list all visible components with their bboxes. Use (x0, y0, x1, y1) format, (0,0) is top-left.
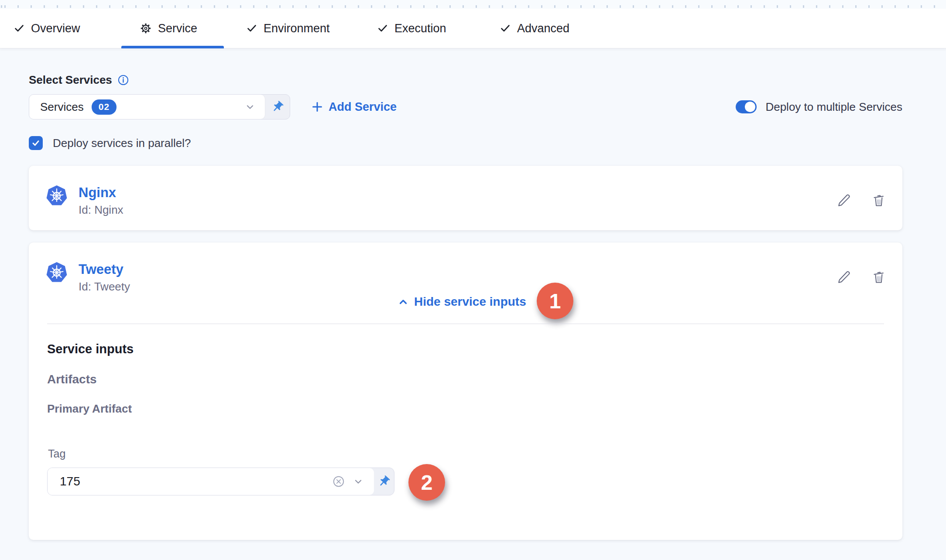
clear-tag-button[interactable] (332, 475, 345, 488)
services-pin-button[interactable] (265, 95, 290, 119)
add-service-button[interactable]: Add Service (312, 94, 397, 120)
stage-setup-tabbar: Overview Service (0, 9, 946, 48)
pin-icon (377, 475, 391, 488)
chevron-down-icon[interactable] (244, 101, 256, 113)
chevron-down-icon (352, 475, 364, 488)
service-card-header: Nginx Id: Nginx (46, 185, 123, 217)
pencil-icon (836, 193, 852, 208)
tag-input-field (48, 468, 374, 495)
edit-service-button[interactable] (836, 270, 852, 285)
service-card-nginx: Nginx Id: Nginx (29, 166, 902, 230)
panel-divider (47, 324, 884, 324)
check-icon (31, 139, 40, 147)
tab-label: Environment (264, 22, 330, 35)
tab-service[interactable]: Service (140, 9, 197, 48)
deploy-parallel-row: Deploy services in parallel? (29, 136, 191, 150)
info-icon[interactable] (117, 74, 129, 86)
tag-dropdown-chevron[interactable] (352, 475, 364, 488)
deploy-multiple-label: Deploy to multiple Services (765, 100, 902, 114)
tab-advanced[interactable]: Advanced (500, 9, 569, 48)
deploy-parallel-checkbox[interactable] (29, 136, 43, 150)
pin-icon (271, 100, 284, 113)
kubernetes-icon (46, 262, 67, 294)
deploy-parallel-label: Deploy services in parallel? (53, 137, 191, 150)
tag-label: Tag (48, 447, 65, 460)
service-card-actions (836, 270, 887, 285)
hide-service-inputs-link[interactable]: Hide service inputs (398, 295, 526, 309)
tag-input-group (47, 468, 394, 495)
edit-service-button[interactable] (836, 193, 852, 208)
services-dropdown-value: Services (40, 100, 84, 114)
service-card-header: Tweety Id: Tweety (46, 262, 130, 294)
hide-service-inputs-label: Hide service inputs (414, 295, 526, 309)
select-services-label: Select Services (29, 73, 112, 87)
tab-label: Advanced (517, 22, 569, 35)
service-card-text: Nginx Id: Nginx (79, 185, 123, 217)
tab-execution[interactable]: Execution (377, 9, 446, 48)
tag-pin-button[interactable] (374, 468, 394, 495)
check-icon (500, 23, 511, 34)
trash-icon (871, 270, 887, 285)
service-id-label: Id: Tweety (79, 280, 130, 294)
tab-overview[interactable]: Overview (14, 9, 80, 48)
services-count-badge: 02 (92, 99, 117, 115)
check-icon (246, 23, 257, 34)
services-dropdown[interactable]: Services 02 (29, 94, 290, 120)
service-config-page: Overview Service (0, 0, 946, 560)
check-icon (14, 23, 25, 34)
toggle-knob (745, 102, 755, 112)
gear-icon (140, 22, 152, 34)
service-id-label: Id: Nginx (79, 203, 123, 217)
add-service-label: Add Service (329, 100, 397, 114)
service-name-link[interactable]: Tweety (79, 262, 130, 277)
pipeline-canvas-dot-strip (0, 0, 946, 9)
service-inputs-heading: Service inputs (47, 342, 134, 356)
kubernetes-icon (46, 185, 67, 217)
artifacts-heading: Artifacts (47, 372, 97, 386)
service-card-actions (836, 193, 887, 208)
annotation-badge-2: 2 (408, 464, 445, 501)
deploy-multiple-toggle[interactable] (736, 100, 757, 113)
check-icon (377, 23, 388, 34)
plus-icon (312, 101, 323, 113)
primary-artifact-label: Primary Artifact (47, 402, 132, 416)
deploy-multiple-row: Deploy to multiple Services (736, 94, 902, 120)
chevron-up-icon (398, 297, 408, 307)
tab-label: Overview (31, 22, 80, 35)
annotation-badge-1: 1 (537, 283, 573, 319)
service-name-link[interactable]: Nginx (79, 185, 123, 201)
trash-icon (871, 193, 887, 208)
delete-service-button[interactable] (871, 270, 887, 285)
tab-label: Service (158, 22, 197, 35)
tag-input[interactable] (60, 475, 325, 488)
active-tab-underline (121, 46, 224, 48)
select-services-label-row: Select Services (29, 73, 129, 87)
service-card-text: Tweety Id: Tweety (79, 262, 130, 294)
circle-x-icon (332, 475, 345, 488)
services-dropdown-field[interactable]: Services 02 (29, 95, 265, 119)
tab-environment[interactable]: Environment (246, 9, 330, 48)
delete-service-button[interactable] (871, 193, 887, 208)
service-card-tweety: Tweety Id: Tweety (29, 242, 902, 540)
tab-label: Execution (394, 22, 446, 35)
pencil-icon (836, 270, 852, 285)
